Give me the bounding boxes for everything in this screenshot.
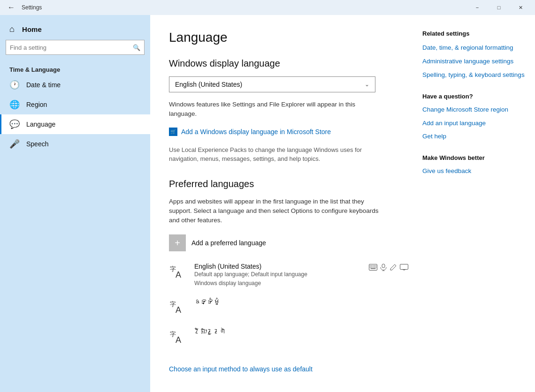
get-help-link[interactable]: Get help xyxy=(422,132,526,141)
svg-rect-14 xyxy=(382,264,385,268)
list-item[interactable]: 字 A English (United States) Default app … xyxy=(169,263,408,288)
maximize-button[interactable]: □ xyxy=(488,0,510,15)
search-box[interactable]: 🔍 xyxy=(6,40,145,55)
language-item-icon: 字 A xyxy=(169,263,188,283)
svg-text:A: A xyxy=(176,305,181,315)
add-input-language-link[interactable]: Add an input language xyxy=(422,119,526,128)
svg-rect-12 xyxy=(375,267,376,268)
back-button[interactable]: ← xyxy=(4,0,19,15)
language-name: English (United States) xyxy=(194,263,362,270)
preferred-languages-heading: Preferred languages xyxy=(169,179,408,189)
sidebar-item-date-time[interactable]: 🕐 Date & time xyxy=(0,75,150,95)
app-body: ⌂ Home 🔍 Time & Language 🕐 Date & time 🌐… xyxy=(0,15,535,392)
preferred-languages-description: Apps and websites will appear in the fir… xyxy=(169,197,385,226)
svg-rect-17 xyxy=(400,264,408,270)
sidebar: ⌂ Home 🔍 Time & Language 🕐 Date & time 🌐… xyxy=(0,15,150,392)
have-question-heading: Have a question? xyxy=(422,93,526,100)
choose-input-link[interactable]: Choose an input method to always use as … xyxy=(169,365,313,373)
make-windows-better-heading: Make Windows better xyxy=(422,154,526,161)
main-content: Language Windows display language Englis… xyxy=(169,30,422,377)
svg-rect-13 xyxy=(371,268,376,269)
svg-rect-7 xyxy=(375,265,376,266)
chevron-down-icon: ⌄ xyxy=(365,81,369,88)
language-badges xyxy=(369,263,408,272)
plus-icon: + xyxy=(169,234,186,251)
content-area: Language Windows display language Englis… xyxy=(150,15,535,392)
svg-rect-10 xyxy=(373,267,374,268)
svg-rect-6 xyxy=(374,265,375,266)
language-sub1: Default app language; Default input lang… xyxy=(194,270,362,279)
store-link-description: Use Local Experience Packs to change the… xyxy=(169,145,380,164)
language-dropdown-container: English (United States) ⌄ xyxy=(169,76,408,92)
language-name: ឧទ្ទំមូំ xyxy=(194,298,408,305)
give-feedback-link[interactable]: Give us feedback xyxy=(422,167,526,176)
region-icon: 🌐 xyxy=(9,99,20,110)
badge-display xyxy=(400,264,408,272)
svg-text:A: A xyxy=(176,270,181,279)
language-item-icon: 字 A xyxy=(169,328,188,348)
display-language-description: Windows features like Settings and File … xyxy=(169,100,380,119)
language-icon: 💬 xyxy=(9,119,20,129)
app-title: Settings xyxy=(19,4,466,11)
store-icon: 🛒 xyxy=(169,128,177,136)
language-item-icon: 字 A xyxy=(169,298,188,318)
svg-rect-5 xyxy=(373,265,374,266)
list-item[interactable]: 字 A ᤁᤠᤀᤥᤏᤢᤏᤛᤧ xyxy=(169,328,408,348)
language-info: ᤁᤠᤀᤥᤏᤢᤏᤛᤧ xyxy=(194,328,408,335)
language-info: ឧទ្ទំមូំ xyxy=(194,298,408,305)
right-panel: Related settings Date, time, & regional … xyxy=(422,30,535,377)
sidebar-section-label: Time & Language xyxy=(0,62,150,75)
svg-rect-8 xyxy=(370,267,371,268)
search-icon: 🔍 xyxy=(133,44,140,51)
titlebar: ← Settings − □ ✕ xyxy=(0,0,535,15)
language-sub2: Windows display language xyxy=(194,279,362,288)
sidebar-home-item[interactable]: ⌂ Home xyxy=(0,15,150,40)
add-preferred-language-button[interactable]: + Add a preferred language xyxy=(169,234,408,251)
speech-icon: 🎤 xyxy=(9,139,20,149)
svg-text:A: A xyxy=(176,335,181,345)
related-link-admin[interactable]: Administrative language settings xyxy=(422,57,526,66)
svg-rect-9 xyxy=(371,267,372,268)
preferred-languages-section: Preferred languages Apps and websites wi… xyxy=(169,179,408,373)
sidebar-item-region[interactable]: 🌐 Region xyxy=(0,95,150,114)
add-language-label: Add a preferred language xyxy=(191,239,266,247)
svg-rect-3 xyxy=(370,265,371,266)
search-input[interactable] xyxy=(10,44,133,51)
related-link-date-time[interactable]: Date, time, & regional formatting xyxy=(422,44,526,53)
window-controls: − □ ✕ xyxy=(466,0,531,15)
sidebar-item-speech[interactable]: 🎤 Speech xyxy=(0,134,150,154)
date-time-icon: 🕐 xyxy=(9,80,20,90)
related-link-spelling[interactable]: Spelling, typing, & keyboard settings xyxy=(422,71,526,80)
badge-speech xyxy=(380,264,387,272)
list-item[interactable]: 字 A ឧទ្ទំមូំ xyxy=(169,298,408,318)
language-info: English (United States) Default app lang… xyxy=(194,263,362,288)
language-dropdown[interactable]: English (United States) ⌄ xyxy=(169,76,375,92)
related-settings-heading: Related settings xyxy=(422,30,526,37)
dropdown-value: English (United States) xyxy=(175,81,242,88)
badge-keyboard xyxy=(369,264,377,272)
svg-rect-4 xyxy=(371,265,372,266)
svg-rect-11 xyxy=(374,267,375,268)
store-language-link[interactable]: 🛒 Add a Windows display language in Micr… xyxy=(169,128,408,136)
language-name: ᤁᤠᤀᤥᤏᤢᤏᤛᤧ xyxy=(194,328,408,335)
badge-pen xyxy=(390,264,397,272)
display-language-heading: Windows display language xyxy=(169,58,408,69)
sidebar-item-language[interactable]: 💬 Language xyxy=(0,114,150,134)
minimize-button[interactable]: − xyxy=(466,0,488,15)
page-title: Language xyxy=(169,30,408,45)
close-button[interactable]: ✕ xyxy=(510,0,531,15)
change-store-region-link[interactable]: Change Microsoft Store region xyxy=(422,106,526,114)
